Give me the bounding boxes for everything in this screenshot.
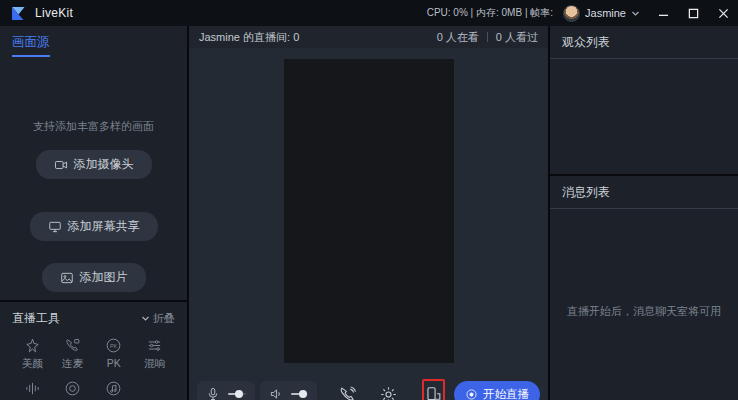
tool-label: 混响: [144, 357, 165, 371]
tool-reverb[interactable]: 混响: [135, 337, 175, 371]
add-camera-button[interactable]: 添加摄像头: [36, 150, 152, 179]
screen-share-icon: [48, 220, 62, 234]
username: Jasmine: [585, 7, 626, 19]
start-live-label: 开始直播: [483, 387, 529, 400]
performance-stats: CPU: 0% | 内存: 0MB | 帧率:: [427, 6, 553, 20]
add-screen-share-button[interactable]: 添加屏幕共享: [30, 212, 158, 241]
tool-co-host[interactable]: 连麦: [52, 337, 92, 371]
close-icon: [718, 8, 729, 19]
user-menu[interactable]: Jasmine: [563, 5, 640, 22]
call-button[interactable]: [338, 385, 357, 400]
live-tools-header: 直播工具 折叠: [12, 310, 175, 327]
reverb-sliders-icon: [146, 337, 163, 354]
chevron-down-icon: [631, 9, 640, 18]
stage-body: [189, 48, 548, 374]
pk-icon: PK: [105, 337, 122, 354]
maximize-button[interactable]: [678, 0, 708, 26]
stage-header: Jasmine 的直播间: 0 0 人在看 0 人看过: [189, 26, 548, 48]
titlebar: LiveKit CPU: 0% | 内存: 0MB | 帧率: Jasmine: [0, 0, 738, 26]
message-list-panel: 消息列表 直播开始后，消息聊天室将可用: [550, 176, 738, 400]
tool-label: 连麦: [62, 357, 83, 371]
watched-count: 0 人看过: [496, 30, 538, 45]
tool-label: PK: [107, 357, 121, 369]
collapse-toggle[interactable]: 折叠: [141, 311, 175, 326]
screen-orientation-icon: [424, 385, 443, 400]
start-live-button[interactable]: 开始直播: [454, 381, 540, 400]
speaker-volume-slider[interactable]: [260, 381, 318, 400]
add-image-label: 添加图片: [80, 269, 128, 286]
svg-text:PK: PK: [110, 343, 118, 349]
sources-hint-text: 支持添加丰富多样的画面: [33, 119, 154, 134]
speaker-slider-fill: [291, 393, 303, 395]
app-title: LiveKit: [35, 6, 73, 20]
live-tools-panel: 直播工具 折叠 美颜: [0, 302, 187, 400]
stage-toolbar: 开始直播: [189, 374, 548, 400]
room-title: Jasmine 的直播间: 0: [199, 30, 299, 45]
watching-count: 0 人在看: [437, 30, 479, 45]
livekit-logo-icon: [10, 5, 27, 22]
record-icon: [64, 380, 81, 397]
mic-slider-thumb[interactable]: [235, 390, 243, 398]
add-image-button[interactable]: 添加图片: [42, 263, 146, 292]
tools-grid: 美颜 连麦 PK PK: [12, 337, 175, 400]
left-column: 画面源 支持添加丰富多样的画面 添加摄像头 添加屏幕共享: [0, 26, 187, 400]
phone-call-icon: [338, 385, 357, 400]
livekit-window: LiveKit CPU: 0% | 内存: 0MB | 帧率: Jasmine …: [0, 0, 738, 400]
add-camera-label: 添加摄像头: [74, 156, 134, 173]
mic-volume-slider[interactable]: [197, 381, 255, 400]
right-column: 观众列表 消息列表 直播开始后，消息聊天室将可用: [550, 26, 738, 400]
audience-list-panel: 观众列表: [550, 26, 738, 174]
settings-button[interactable]: [379, 385, 398, 400]
avatar[interactable]: [563, 5, 580, 22]
message-list-body: 直播开始后，消息聊天室将可用: [550, 209, 738, 400]
microphone-icon: [206, 387, 220, 400]
audience-list-title: 观众列表: [550, 26, 738, 59]
image-icon: [60, 271, 74, 285]
stage-column: Jasmine 的直播间: 0 0 人在看 0 人看过: [189, 26, 548, 400]
video-preview-canvas: [284, 59, 454, 363]
gear-icon: [379, 385, 398, 400]
background-music-icon: [105, 380, 122, 397]
viewer-counters: 0 人在看 0 人看过: [437, 30, 538, 45]
tool-background-music[interactable]: 背景音乐: [93, 380, 135, 400]
counter-divider: [487, 32, 488, 42]
record-dot-icon: [465, 388, 478, 400]
tool-beauty[interactable]: 美颜: [12, 337, 52, 371]
tool-label: 美颜: [22, 357, 43, 371]
mic-slider-fill: [228, 393, 239, 395]
collapse-label: 折叠: [153, 311, 175, 326]
speaker-slider-track[interactable]: [291, 393, 309, 395]
video-sources-panel: 画面源 支持添加丰富多样的画面 添加摄像头 添加屏幕共享: [0, 26, 187, 300]
co-host-call-icon: [64, 337, 81, 354]
voice-change-icon: [24, 380, 41, 397]
message-list-title: 消息列表: [550, 176, 738, 209]
close-button[interactable]: [708, 0, 738, 26]
tool-record[interactable]: 录制: [52, 380, 92, 400]
orientation-toggle-button[interactable]: [422, 379, 445, 400]
add-screen-share-label: 添加屏幕共享: [68, 218, 140, 235]
camera-icon: [54, 158, 68, 172]
message-empty-hint: 直播开始后，消息聊天室将可用: [567, 304, 721, 319]
speaker-icon: [269, 387, 283, 400]
chevron-down-icon: [141, 314, 150, 323]
mic-slider-track[interactable]: [228, 393, 246, 395]
maximize-icon: [688, 8, 699, 19]
minimize-icon: [658, 8, 669, 19]
live-tools-title: 直播工具: [12, 310, 60, 327]
main-area: 画面源 支持添加丰富多样的画面 添加摄像头 添加屏幕共享: [0, 26, 738, 400]
speaker-slider-thumb[interactable]: [299, 390, 307, 398]
beauty-icon: [24, 337, 41, 354]
tab-video-sources[interactable]: 画面源: [12, 34, 50, 57]
minimize-button[interactable]: [648, 0, 678, 26]
tool-voice-change[interactable]: 变声: [12, 380, 52, 400]
tool-pk[interactable]: PK PK: [93, 337, 135, 371]
